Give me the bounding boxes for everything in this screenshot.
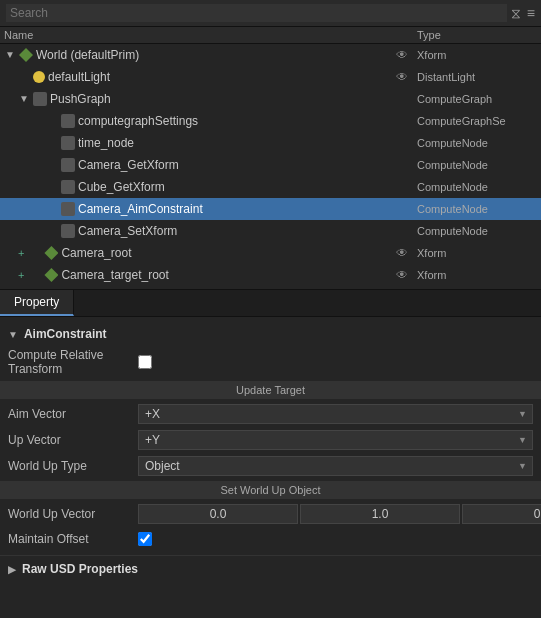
- eye-icon: [387, 158, 417, 172]
- section-label: AimConstraint: [24, 327, 107, 341]
- row-name: Camera_GetXform: [46, 158, 387, 172]
- tree-row[interactable]: + Camera_target_root 👁 Xform: [0, 264, 541, 286]
- col-type-header: Type: [417, 29, 537, 41]
- tree-row[interactable]: ▼ World (defaultPrim) 👁 Xform: [0, 44, 541, 66]
- search-input[interactable]: [6, 4, 507, 22]
- tree-header: Name Type: [0, 27, 541, 44]
- light-icon: [33, 71, 45, 83]
- up-vector-row: Up Vector +X -X +Y -Y +Z -Z: [0, 427, 541, 453]
- row-name: Camera_AimConstraint: [46, 202, 387, 216]
- tab-property[interactable]: Property: [0, 290, 74, 316]
- aim-vector-select[interactable]: +X -X +Y -Y +Z -Z: [138, 404, 533, 424]
- raw-usd-label: Raw USD Properties: [22, 562, 138, 576]
- world-up-type-value: Object Scene Vector None: [138, 456, 533, 476]
- expand-icon: [29, 247, 41, 259]
- compute-icon: [61, 136, 75, 150]
- compute-icon: [61, 158, 75, 172]
- update-target-separator: Update Target: [0, 381, 541, 399]
- expand-icon: [18, 71, 30, 83]
- compute-relative-transform-checkbox[interactable]: [138, 355, 152, 369]
- row-type: DistantLight: [417, 71, 537, 83]
- compute-icon: [33, 92, 47, 106]
- eye-icon[interactable]: 👁: [387, 70, 417, 84]
- row-name: + Camera_root: [18, 246, 387, 260]
- row-type: ComputeNode: [417, 137, 537, 149]
- world-up-type-row: World Up Type Object Scene Vector None: [0, 453, 541, 479]
- tree-row[interactable]: time_node ComputeNode: [0, 132, 541, 154]
- tree-row[interactable]: Camera_GetXform ComputeNode: [0, 154, 541, 176]
- eye-icon[interactable]: 👁: [387, 246, 417, 260]
- tree-row[interactable]: defaultLight 👁 DistantLight: [0, 66, 541, 88]
- row-type: Xform: [417, 49, 537, 61]
- world-up-type-label: World Up Type: [8, 459, 138, 473]
- expand-icon: [46, 181, 58, 193]
- maintain-offset-row: Maintain Offset: [0, 527, 541, 551]
- expand-icon[interactable]: ▼: [4, 49, 16, 61]
- xform-icon: [44, 268, 58, 282]
- eye-icon[interactable]: 👁: [387, 48, 417, 62]
- raw-usd-collapse-icon: ▶: [8, 564, 16, 575]
- maintain-offset-label: Maintain Offset: [8, 532, 138, 546]
- scene-tree-panel: ⧖ ≡ Name Type ▼ World (defaultPrim) 👁 Xf…: [0, 0, 541, 290]
- eye-icon: [387, 180, 417, 194]
- menu-icon[interactable]: ≡: [527, 5, 535, 22]
- tree-row-selected[interactable]: Camera_AimConstraint ComputeNode: [0, 198, 541, 220]
- expand-icon: [46, 159, 58, 171]
- world-up-type-select-wrapper: Object Scene Vector None: [138, 456, 533, 476]
- aim-vector-label: Aim Vector: [8, 407, 138, 421]
- row-name: defaultLight: [18, 70, 387, 84]
- row-name: ▼ PushGraph: [18, 92, 387, 106]
- world-up-vector-x-input[interactable]: [138, 504, 298, 524]
- tab-bar: Property: [0, 290, 541, 317]
- up-vector-value: +X -X +Y -Y +Z -Z: [138, 430, 533, 450]
- row-type: ComputeGraphSe: [417, 115, 537, 127]
- eye-icon[interactable]: 👁: [387, 268, 417, 282]
- tree-row[interactable]: Cube_GetXform ComputeNode: [0, 176, 541, 198]
- col-eye-header: [387, 29, 417, 41]
- search-bar: ⧖ ≡: [0, 0, 541, 27]
- maintain-offset-value: [138, 532, 533, 546]
- maintain-offset-checkbox[interactable]: [138, 532, 152, 546]
- col-name-header: Name: [4, 29, 387, 41]
- eye-icon: [387, 202, 417, 216]
- plus-icon[interactable]: +: [18, 247, 24, 259]
- property-body: ▼ AimConstraint Compute Relative Transfo…: [0, 317, 541, 618]
- world-up-vector-value: [138, 504, 541, 524]
- row-name: computegraphSettings: [46, 114, 387, 128]
- plus-icon[interactable]: +: [18, 269, 24, 281]
- compute-icon: [61, 202, 75, 216]
- tree-row[interactable]: computegraphSettings ComputeGraphSe: [0, 110, 541, 132]
- section-raw-usd[interactable]: ▶ Raw USD Properties: [0, 555, 541, 580]
- world-up-vector-row: World Up Vector: [0, 501, 541, 527]
- tree-row[interactable]: Camera_SetXform ComputeNode: [0, 220, 541, 242]
- row-name: ▼ World (defaultPrim): [4, 48, 387, 62]
- up-vector-select-wrapper: +X -X +Y -Y +Z -Z: [138, 430, 533, 450]
- tree-row[interactable]: + Camera_root 👁 Xform: [0, 242, 541, 264]
- world-up-vector-y-input[interactable]: [300, 504, 460, 524]
- expand-icon[interactable]: ▼: [18, 93, 30, 105]
- expand-icon: [46, 137, 58, 149]
- eye-icon: [387, 224, 417, 238]
- row-type: ComputeNode: [417, 159, 537, 171]
- row-name: Camera_SetXform: [46, 224, 387, 238]
- up-vector-select[interactable]: +X -X +Y -Y +Z -Z: [138, 430, 533, 450]
- tree-body[interactable]: ▼ World (defaultPrim) 👁 Xform defaultLig…: [0, 44, 541, 289]
- world-up-type-select[interactable]: Object Scene Vector None: [138, 456, 533, 476]
- world-up-vector-z-input[interactable]: [462, 504, 541, 524]
- row-name: time_node: [46, 136, 387, 150]
- section-aim-constraint[interactable]: ▼ AimConstraint: [0, 323, 541, 345]
- eye-icon: [387, 114, 417, 128]
- section-collapse-icon: ▼: [8, 329, 18, 340]
- expand-icon: [46, 203, 58, 215]
- expand-icon: [29, 269, 41, 281]
- filter-icon[interactable]: ⧖: [511, 5, 521, 22]
- up-vector-label: Up Vector: [8, 433, 138, 447]
- property-panel: Property ▼ AimConstraint Compute Relativ…: [0, 290, 541, 618]
- eye-icon: [387, 92, 417, 106]
- compute-relative-transform-label: Compute Relative Transform: [8, 348, 138, 376]
- compute-icon: [61, 180, 75, 194]
- tree-row[interactable]: ▼ PushGraph ComputeGraph: [0, 88, 541, 110]
- compute-relative-transform-value: [138, 355, 533, 369]
- expand-icon: [46, 115, 58, 127]
- row-type: ComputeNode: [417, 181, 537, 193]
